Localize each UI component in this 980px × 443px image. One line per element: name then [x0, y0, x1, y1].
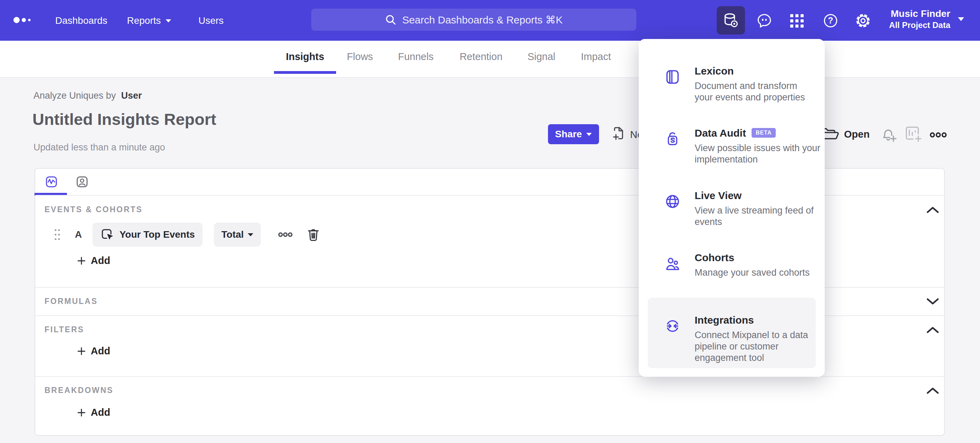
- menu-item-live-view[interactable]: Live View View a live streaming feed of …: [639, 190, 825, 228]
- active-tab-underline: [274, 71, 336, 74]
- plus-icon: [77, 256, 86, 265]
- svg-text:?: ?: [828, 16, 833, 25]
- section-breakdowns: BREAKDOWNS: [45, 386, 113, 395]
- chevron-down-icon: [958, 17, 964, 21]
- chevron-down-icon: [248, 233, 253, 237]
- nav-dashboards[interactable]: Dashboards: [55, 15, 107, 26]
- project-scope: All Project Data: [889, 20, 950, 30]
- lexicon-book-icon: [664, 69, 681, 85]
- globe-icon: [664, 193, 681, 210]
- cohorts-users-icon: [664, 255, 681, 272]
- breadcrumb-entity[interactable]: User: [121, 91, 142, 101]
- trash-icon[interactable]: [307, 228, 320, 241]
- tab-flows[interactable]: Flows: [347, 51, 373, 62]
- menu-item-title: Data Audit BETA: [695, 127, 824, 139]
- search-icon: [385, 14, 396, 25]
- help-icon: ?: [822, 12, 839, 29]
- top-nav: Dashboards Reports Users Search Dashboar…: [0, 0, 980, 41]
- series-letter: A: [75, 229, 82, 240]
- tab-insights[interactable]: Insights: [286, 51, 324, 62]
- add-event-button[interactable]: Add: [77, 255, 110, 266]
- plus-icon: [77, 408, 86, 417]
- breadcrumb-prefix: Analyze Uniques by: [33, 91, 116, 101]
- open-label[interactable]: Open: [844, 129, 870, 140]
- data-tools-button[interactable]: [717, 6, 745, 35]
- beta-badge: BETA: [752, 128, 776, 138]
- menu-item-description: View possible issues with your implement…: [695, 143, 824, 165]
- add-filter-button[interactable]: Add: [77, 345, 110, 357]
- event-selector[interactable]: Your Top Events: [92, 222, 202, 247]
- nav-users[interactable]: Users: [199, 15, 224, 26]
- menu-item-title: Lexicon: [695, 65, 824, 77]
- menu-item-description: Connect Mixpanel to a data pipeline or c…: [695, 329, 824, 364]
- feedback-button[interactable]: [756, 12, 773, 30]
- tab-signal[interactable]: Signal: [528, 51, 555, 62]
- integrations-sync-icon: [664, 318, 681, 334]
- collapse-events-chevron-up-icon[interactable]: [926, 206, 939, 214]
- report-tabbar: Insights Flows Funnels Retention Signal …: [0, 41, 980, 78]
- menu-item-title: Integrations: [695, 314, 824, 326]
- event-click-icon: [100, 227, 115, 242]
- menu-item-cohorts[interactable]: Cohorts Manage your saved cohorts: [639, 252, 825, 278]
- drag-handle-icon[interactable]: [54, 228, 61, 241]
- query-row: A Your Top Events Total: [54, 222, 320, 247]
- add-breakdown-button[interactable]: Add: [77, 407, 110, 418]
- more-icon[interactable]: [930, 132, 947, 138]
- mixpanel-logo-icon[interactable]: [13, 14, 33, 25]
- menu-item-data-audit[interactable]: Data Audit BETA View possible issues wit…: [639, 127, 825, 165]
- tab-funnels[interactable]: Funnels: [398, 51, 433, 62]
- share-button[interactable]: Share: [548, 124, 599, 144]
- chevron-down-icon: [586, 133, 592, 136]
- project-name: Music Finder: [889, 8, 950, 20]
- data-tools-menu: Lexicon Document and transform your even…: [639, 39, 825, 377]
- collapse-breakdowns-chevron-up-icon[interactable]: [926, 386, 939, 395]
- plus-icon: [77, 347, 86, 356]
- updated-status: Updated less than a minute ago: [33, 142, 165, 153]
- help-button[interactable]: ?: [822, 12, 840, 30]
- bell-plus-icon[interactable]: [878, 125, 898, 144]
- app-screen: Dashboards Reports Users Search Dashboar…: [0, 0, 980, 443]
- aggregation-selector[interactable]: Total: [214, 222, 261, 247]
- tab-impact[interactable]: Impact: [581, 51, 611, 62]
- project-switcher[interactable]: Music Finder All Project Data: [889, 8, 964, 30]
- section-formulas: FORMULAS: [45, 297, 98, 306]
- search-input[interactable]: Search Dashboards & Reports ⌘K: [311, 9, 636, 31]
- feedback-bubble-icon: [756, 12, 773, 29]
- row-more-icon[interactable]: [278, 232, 293, 237]
- menu-item-title: Cohorts: [695, 252, 824, 264]
- chevron-down-icon: [165, 19, 171, 22]
- section-filters: FILTERS: [45, 325, 84, 334]
- apps-button[interactable]: [788, 12, 806, 30]
- insights-chart-icon[interactable]: [45, 175, 58, 188]
- menu-item-integrations[interactable]: Integrations Connect Mixpanel to a data …: [639, 314, 825, 364]
- menu-item-lexicon[interactable]: Lexicon Document and transform your even…: [639, 65, 825, 103]
- page-title[interactable]: Untitled Insights Report: [32, 110, 216, 129]
- chart-plus-icon[interactable]: [904, 124, 923, 143]
- menu-item-description: View a live streaming feed of events: [695, 205, 824, 228]
- apps-grid-icon: [789, 13, 805, 29]
- nav-reports[interactable]: Reports: [127, 15, 171, 26]
- profile-icon[interactable]: [76, 175, 89, 188]
- settings-button[interactable]: [854, 12, 872, 30]
- settings-gear-icon: [854, 12, 872, 29]
- data-audit-icon: [664, 131, 681, 147]
- menu-item-description: Manage your saved cohorts: [695, 267, 824, 278]
- search-placeholder: Search Dashboards & Reports ⌘K: [402, 14, 562, 26]
- expand-formulas-chevron-down-icon[interactable]: [926, 297, 939, 306]
- new-report-icon[interactable]: [610, 125, 627, 142]
- data-tools-icon: [722, 12, 740, 29]
- collapse-filters-chevron-up-icon[interactable]: [926, 326, 939, 334]
- menu-item-title: Live View: [695, 190, 824, 202]
- section-events-cohorts: EVENTS & COHORTS: [45, 205, 143, 214]
- menu-item-description: Document and transform your events and p…: [695, 80, 824, 103]
- tab-retention[interactable]: Retention: [460, 51, 503, 62]
